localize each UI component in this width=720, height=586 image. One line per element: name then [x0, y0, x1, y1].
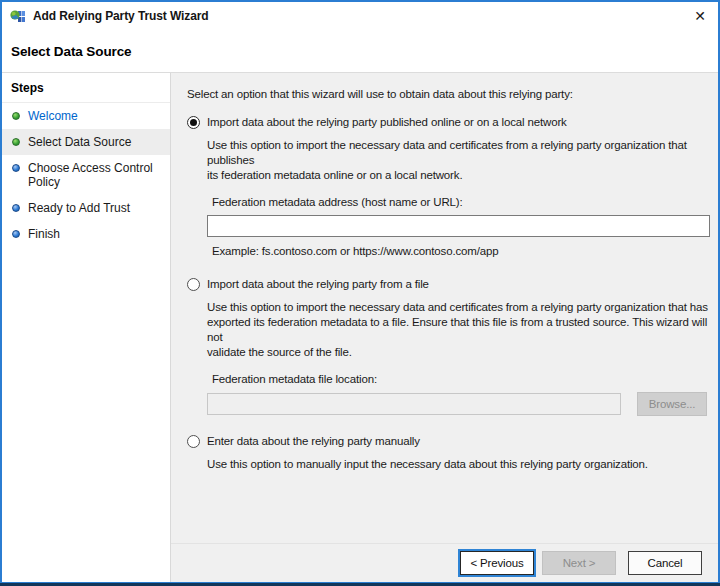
title-bar: Add Relying Party Trust Wizard ✕ [2, 2, 718, 30]
close-icon[interactable]: ✕ [682, 2, 718, 30]
radio-label: Enter data about the relying party manua… [207, 434, 420, 449]
steps-sidebar: Steps Welcome Select Data Source Choose … [2, 73, 171, 582]
radio-label: Import data about the relying party publ… [207, 115, 567, 130]
option-enter-manually: Enter data about the relying party manua… [187, 434, 708, 472]
radio-import-file[interactable] [187, 278, 200, 291]
page-title: Select Data Source [11, 44, 132, 59]
step-label: Finish [28, 227, 60, 241]
step-upcoming-bullet-icon [12, 230, 20, 238]
radio-enter-manually[interactable] [187, 435, 200, 448]
radio-row-import-file[interactable]: Import data about the relying party from… [187, 277, 708, 292]
step-done-bullet-icon [12, 112, 20, 120]
cancel-button[interactable]: Cancel [628, 551, 702, 575]
intro-text: Select an option that this wizard will u… [187, 87, 708, 102]
browse-button: Browse... [637, 392, 707, 416]
option-import-online: Import data about the relying party publ… [187, 115, 708, 259]
main-panel: Select an option that this wizard will u… [171, 73, 718, 582]
step-label: Select Data Source [28, 135, 131, 149]
previous-button[interactable]: < Previous [460, 551, 534, 575]
sidebar-item-ready-to-add-trust: Ready to Add Trust [2, 195, 170, 221]
metadata-address-example: Example: fs.contoso.com or https://www.c… [212, 244, 708, 259]
steps-heading: Steps [2, 73, 170, 103]
radio-import-online[interactable] [187, 116, 200, 129]
content-area: Select an option that this wizard will u… [171, 73, 718, 543]
federation-metadata-address-input[interactable] [207, 215, 710, 237]
step-label: Choose Access Control Policy [28, 161, 153, 189]
option-file-description: Use this option to import the necessary … [207, 300, 708, 360]
sidebar-item-choose-access-control-policy: Choose Access Control Policy [2, 155, 170, 195]
federation-metadata-address-field: Federation metadata address (host name o… [207, 195, 708, 259]
step-upcoming-bullet-icon [12, 204, 20, 212]
sidebar-item-finish: Finish [2, 221, 170, 247]
radio-row-import-online[interactable]: Import data about the relying party publ… [187, 115, 708, 130]
step-upcoming-bullet-icon [12, 164, 20, 172]
next-button: Next > [542, 551, 616, 575]
option-import-file: Import data about the relying party from… [187, 277, 708, 416]
option-manual-description: Use this option to manually input the ne… [207, 457, 708, 472]
metadata-address-label: Federation metadata address (host name o… [212, 195, 708, 210]
wizard-window: Add Relying Party Trust Wizard ✕ Select … [0, 0, 720, 583]
radio-row-enter-manually[interactable]: Enter data about the relying party manua… [187, 434, 708, 449]
option-online-description: Use this option to import the necessary … [207, 138, 708, 183]
step-current-bullet-icon [12, 138, 20, 146]
adfs-app-icon [10, 8, 26, 24]
page-header: Select Data Source [2, 30, 718, 73]
sidebar-item-welcome[interactable]: Welcome [2, 103, 170, 129]
radio-label: Import data about the relying party from… [207, 277, 429, 292]
step-label: Ready to Add Trust [28, 201, 130, 215]
metadata-file-label: Federation metadata file location: [212, 372, 708, 387]
step-label: Welcome [28, 109, 78, 123]
federation-metadata-file-field: Federation metadata file location: Brows… [207, 372, 708, 416]
sidebar-item-select-data-source: Select Data Source [2, 129, 170, 155]
wizard-footer: < Previous Next > Cancel [171, 543, 718, 582]
federation-metadata-file-input [207, 393, 621, 415]
window-title: Add Relying Party Trust Wizard [33, 9, 209, 23]
